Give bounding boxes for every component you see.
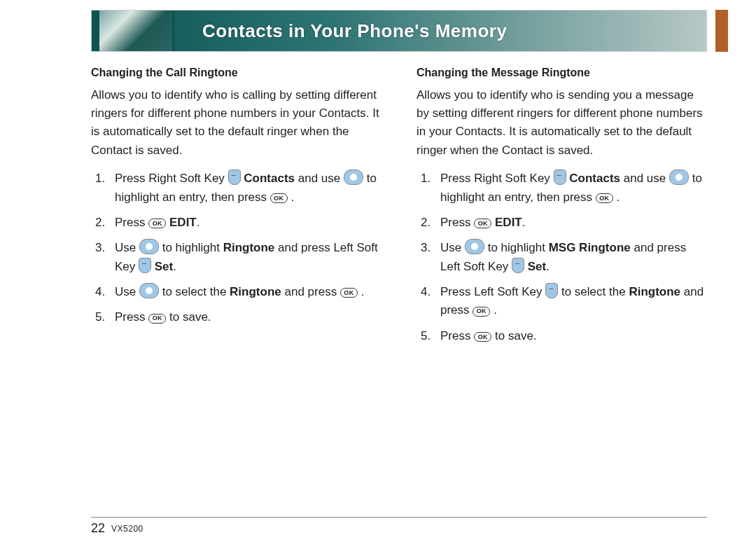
chapter-banner: Contacts in Your Phone's Memory: [91, 10, 707, 52]
right-soft-key-icon: [228, 169, 241, 185]
left-step-2: 2. Press OK EDIT.: [115, 214, 382, 232]
nav-ring-icon: [139, 283, 159, 298]
page-number: 22: [91, 521, 105, 535]
right-step-3: 3. Use to highlight MSG Ringtone and pre…: [440, 239, 707, 276]
nav-ring-icon: [669, 169, 689, 185]
ok-key-icon: OK: [474, 332, 491, 342]
banner-photo: [97, 11, 174, 51]
side-accent-bar: [715, 10, 728, 52]
left-heading: Changing the Call Ringtone: [91, 64, 382, 82]
ok-key-icon: OK: [472, 307, 490, 317]
right-soft-key-icon: [554, 169, 566, 185]
nav-ring-icon: [139, 239, 159, 254]
ok-key-icon: OK: [596, 193, 613, 203]
ok-key-icon: OK: [474, 219, 491, 228]
right-step-4: 4. Press Left Soft Key to select the Rin…: [440, 283, 707, 320]
content-columns: Changing the Call Ringtone Allows you to…: [91, 64, 707, 352]
left-column: Changing the Call Ringtone Allows you to…: [91, 64, 382, 352]
right-step-5: 5. Press OK to save.: [440, 327, 707, 345]
right-column: Changing the Message Ringtone Allows you…: [416, 64, 707, 352]
nav-ring-icon: [465, 239, 484, 254]
model-name: VX5200: [111, 524, 144, 534]
nav-ring-icon: [344, 169, 363, 185]
ok-key-icon: OK: [148, 219, 166, 228]
left-step-5: 5. Press OK to save.: [115, 308, 382, 326]
right-steps: 1. Press Right Soft Key Contacts and use…: [416, 169, 707, 345]
right-intro: Allows you to identify who is sending yo…: [416, 86, 707, 160]
left-step-4: 4. Use to select the Ringtone and press …: [115, 283, 382, 301]
left-steps: 1. Press Right Soft Key Contacts and use…: [91, 169, 382, 326]
page-footer: 22 VX5200: [91, 521, 144, 536]
ok-key-icon: OK: [340, 288, 358, 298]
footer-rule: [91, 517, 707, 518]
left-step-3: 3. Use to highlight Ringtone and press L…: [115, 239, 382, 276]
chapter-title: Contacts in Your Phone's Memory: [202, 20, 507, 42]
right-step-2: 2. Press OK EDIT.: [440, 214, 707, 232]
left-soft-key-icon: [545, 283, 558, 298]
left-soft-key-icon: [139, 258, 151, 273]
right-step-1: 1. Press Right Soft Key Contacts and use…: [440, 169, 707, 207]
left-intro: Allows you to identify who is calling by…: [91, 86, 382, 160]
ok-key-icon: OK: [270, 193, 288, 203]
right-heading: Changing the Message Ringtone: [416, 64, 707, 82]
left-step-1: 1. Press Right Soft Key Contacts and use…: [115, 169, 382, 207]
ok-key-icon: OK: [148, 314, 166, 324]
left-soft-key-icon: [512, 258, 524, 273]
